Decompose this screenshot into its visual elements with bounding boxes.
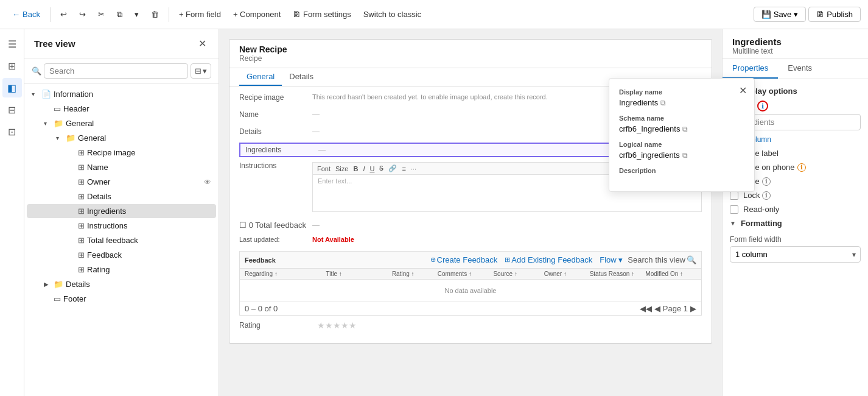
toggle-general-2: ▾	[56, 135, 66, 141]
general-2-icon: 📁	[66, 133, 75, 143]
create-feedback-button[interactable]: ⊕ Create Feedback	[428, 254, 500, 266]
props-title: Ingredients	[732, 37, 858, 47]
tree-item-owner[interactable]: ⊞ Owner 👁	[27, 175, 216, 189]
tree-item-general-2[interactable]: ▾ 📁 General	[27, 131, 216, 145]
col-regarding[interactable]: Regarding ↑	[245, 270, 321, 277]
grid-icon-btn[interactable]: ⊞	[2, 56, 22, 76]
search-view-label: Search this view	[628, 255, 685, 264]
hide-info-icon[interactable]: ℹ	[762, 177, 771, 186]
add-existing-feedback-button[interactable]: ⊞ Add Existing Feedback	[502, 254, 595, 266]
col-owner[interactable]: Owner ↑	[544, 270, 585, 277]
column-info-icon[interactable]: ℹ	[757, 101, 768, 111]
tree-item-details-field[interactable]: ⊞ Details	[27, 189, 216, 203]
recipe-image-label: Recipe image	[87, 148, 211, 157]
component-icon-btn[interactable]: ⊡	[2, 122, 22, 141]
prev-page-btn[interactable]: ◀◀	[640, 304, 652, 313]
feedback-subgrid-header: Feedback ⊕ Create Feedback ⊞ Add Existin…	[240, 252, 701, 269]
tab-general[interactable]: General	[239, 68, 282, 86]
copy-display-name-icon[interactable]: ⧉	[660, 99, 666, 107]
tree-item-total-feedback[interactable]: ⊞ Total feedback	[27, 233, 216, 247]
tree-item-recipe-image[interactable]: ⊞ Recipe image	[27, 146, 216, 160]
form-settings-button[interactable]: 🖹 Form settings	[288, 7, 355, 21]
popup-close-button[interactable]: ✕	[737, 83, 749, 97]
component-label: + Component	[233, 10, 281, 19]
hide-on-phone-info-icon[interactable]: ℹ	[797, 163, 806, 172]
lock-checkbox[interactable]	[730, 191, 738, 200]
col-rating[interactable]: Rating ↑	[392, 270, 433, 277]
strikethrough-btn[interactable]: S̶	[377, 164, 385, 173]
publish-button[interactable]: 🖹 Publish	[808, 7, 861, 22]
tree-item-rating[interactable]: ⊞ Rating	[27, 263, 216, 277]
filter-button[interactable]: ⊟ ▾	[191, 63, 211, 79]
save-label: Save	[774, 10, 792, 19]
tree-item-footer[interactable]: ▭ Footer	[27, 292, 216, 306]
back-button[interactable]: ← Back	[7, 7, 45, 21]
delete-button[interactable]: 🗑	[146, 7, 164, 21]
font-btn[interactable]: Font	[315, 164, 332, 173]
tree-item-ingredients[interactable]: ⊞ Ingredients	[27, 204, 216, 218]
more-button[interactable]: ▾	[130, 7, 144, 21]
copy-logical-name-icon[interactable]: ⧉	[682, 151, 688, 160]
underline-btn[interactable]: U	[368, 164, 376, 173]
save-icon: 💾	[761, 10, 771, 19]
prev-btn[interactable]: ◀	[654, 304, 660, 313]
size-btn[interactable]: Size	[334, 164, 350, 173]
tab-details[interactable]: Details	[282, 68, 321, 86]
main-toolbar: ← Back ↩ ↪ ✂ ⧉ ▾ 🗑 + Form field + Compon…	[0, 0, 868, 29]
tree-item-details-section[interactable]: ▶ 📁 Details	[27, 277, 216, 291]
data-icon-btn[interactable]: ⊟	[2, 100, 22, 119]
search-view[interactable]: Search this view 🔍	[628, 255, 696, 264]
name-label: Name	[239, 108, 312, 119]
menu-icon-btn[interactable]: ☰	[2, 34, 22, 54]
tree-item-general-1[interactable]: ▾ 📁 General	[27, 116, 216, 130]
italic-btn[interactable]: I	[361, 164, 366, 173]
col-source[interactable]: Source ↑	[493, 270, 539, 277]
instructions-label: Instructions	[87, 221, 211, 230]
tree-items: ▾ 📄 Information ▭ Header ▾ 📁 General ▾ 📁…	[24, 84, 219, 396]
form-field-width-select[interactable]: 1 column	[730, 246, 861, 263]
col-comments[interactable]: Comments ↑	[438, 270, 489, 277]
more-format-btn[interactable]: ···	[409, 164, 418, 173]
tree-item-header[interactable]: ▭ Header	[27, 102, 216, 116]
form-field-button[interactable]: + Form field	[174, 7, 226, 21]
link-btn[interactable]: 🔗	[387, 164, 399, 173]
col-modified-on[interactable]: Modified On ↑	[645, 270, 696, 277]
align-btn[interactable]: ≡	[400, 164, 407, 173]
next-btn[interactable]: ▶	[690, 304, 696, 313]
col-status-reason[interactable]: Status Reason ↑	[590, 270, 641, 277]
read-only-checkbox[interactable]	[730, 205, 738, 214]
tree-close-button[interactable]: ✕	[196, 37, 209, 51]
filter-icon: ⊟	[195, 66, 201, 76]
recipe-image-label: Recipe image	[239, 91, 312, 102]
bold-btn[interactable]: B	[351, 164, 360, 173]
feedback-subgrid-actions: ⊕ Create Feedback ⊞ Add Existing Feedbac…	[428, 254, 696, 266]
owner-icon: ⊞	[78, 177, 85, 186]
col-title[interactable]: Title ↑	[326, 270, 387, 277]
search-input[interactable]	[44, 63, 188, 79]
tab-events[interactable]: Events	[778, 58, 822, 79]
switch-classic-button[interactable]: Switch to classic	[359, 7, 426, 21]
tree-item-instructions[interactable]: ⊞ Instructions	[27, 219, 216, 233]
undo-button[interactable]: ↩	[55, 7, 72, 21]
copy-schema-name-icon[interactable]: ⧉	[682, 125, 688, 133]
save-button[interactable]: 💾 Save ▾	[754, 7, 807, 22]
tree-item-name[interactable]: ⊞ Name	[27, 160, 216, 174]
undo-icon: ↩	[60, 10, 67, 19]
details-label: Details	[239, 126, 312, 136]
header-icon: ▭	[54, 104, 61, 113]
cut-button[interactable]: ✂	[93, 7, 110, 21]
lock-info-icon[interactable]: ℹ	[762, 191, 771, 200]
rating-stars[interactable]: ★★★★★	[317, 320, 357, 330]
details-section-label: Details	[66, 280, 211, 289]
tree-search: 🔍 ⊟ ▾	[24, 58, 219, 84]
redo-button[interactable]: ↪	[74, 7, 91, 21]
tab-properties[interactable]: Properties	[723, 58, 778, 79]
ingredients-label: Ingredients	[87, 207, 211, 216]
tree-item-feedback[interactable]: ⊞ Feedback	[27, 248, 216, 262]
back-label: Back	[23, 10, 40, 19]
component-button[interactable]: + Component	[228, 7, 285, 21]
flow-button[interactable]: Flow ▾	[597, 254, 625, 266]
tree-item-information[interactable]: ▾ 📄 Information	[27, 87, 216, 101]
layers-icon-btn[interactable]: ◧	[2, 78, 22, 97]
copy-button[interactable]: ⧉	[112, 7, 127, 22]
